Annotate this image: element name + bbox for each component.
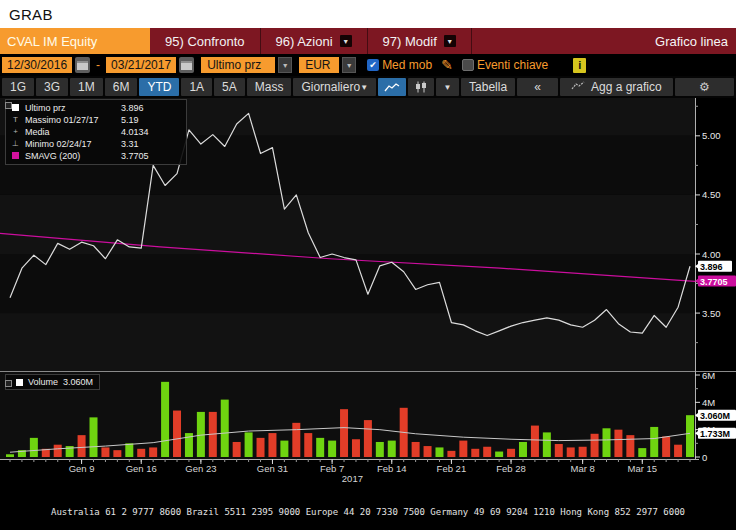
menu-confronto-label: 95) Confronto bbox=[165, 34, 245, 49]
svg-text:5.00: 5.00 bbox=[702, 130, 721, 141]
svg-text:Feb 14: Feb 14 bbox=[377, 463, 407, 474]
candlestick-icon bbox=[414, 81, 428, 93]
period-1m-button[interactable]: 1M bbox=[70, 78, 103, 96]
frequency-label: Giornaliero bbox=[301, 80, 360, 94]
legend-label: Media bbox=[25, 127, 117, 137]
svg-text:Mar 15: Mar 15 bbox=[628, 463, 658, 474]
legend-label: Minimo 02/24/17 bbox=[25, 139, 117, 149]
add-to-chart-label: Agg a grafico bbox=[591, 80, 662, 94]
svg-text:Gen 16: Gen 16 bbox=[126, 463, 157, 474]
menu-confronto[interactable]: 95) Confronto bbox=[150, 28, 261, 54]
low-marker-icon: ⊥ bbox=[10, 140, 21, 148]
calendar-icon[interactable] bbox=[179, 57, 194, 73]
mean-marker-icon: + bbox=[10, 128, 21, 136]
chevron-down-icon: ▼ bbox=[360, 83, 368, 92]
chevron-down-icon[interactable]: ▼ bbox=[278, 57, 292, 73]
pencil-icon[interactable]: ✎ bbox=[441, 57, 453, 73]
window-title: GRAB bbox=[9, 6, 53, 23]
svg-text:Mar 8: Mar 8 bbox=[570, 463, 594, 474]
svg-text:3.060M: 3.060M bbox=[700, 411, 730, 421]
svg-text:Feb 7: Feb 7 bbox=[320, 463, 344, 474]
legend-row: ⊥ Minimo 02/24/17 3.31 bbox=[10, 138, 182, 150]
title-bar: GRAB bbox=[0, 0, 736, 28]
med-mob-checkbox[interactable]: ✔ bbox=[367, 59, 379, 71]
svg-text:0: 0 bbox=[702, 452, 707, 463]
eventi-chiave-checkbox[interactable] bbox=[462, 59, 474, 71]
menu-modif-label: 97) Modif bbox=[383, 34, 437, 49]
candle-chart-type-button[interactable] bbox=[408, 78, 434, 96]
date-from-input[interactable]: 12/30/2016 bbox=[2, 57, 72, 73]
control-bar: 12/30/2016 - 03/21/2017 Ultimo prz ▼ EUR… bbox=[0, 54, 736, 76]
svg-text:Feb 21: Feb 21 bbox=[437, 463, 467, 474]
menu-azioni[interactable]: 96) Azioni ▼ bbox=[261, 28, 368, 54]
legend-label: Massimo 01/27/17 bbox=[25, 115, 117, 125]
price-axis: 5.004.504.003.50 bbox=[695, 106, 721, 342]
period-ytd-button[interactable]: YTD bbox=[139, 78, 179, 96]
svg-text:3.50: 3.50 bbox=[702, 308, 721, 319]
volume-legend-value: 3.060M bbox=[63, 377, 93, 387]
legend-value: 3.7705 bbox=[121, 151, 149, 161]
chart-type-label: Grafico linea bbox=[655, 28, 736, 54]
svg-text:4.50: 4.50 bbox=[702, 189, 721, 200]
legend-value: 5.19 bbox=[121, 115, 139, 125]
svg-text:3.7705: 3.7705 bbox=[700, 277, 728, 287]
menu-azioni-label: 96) Azioni bbox=[276, 34, 333, 49]
line-chart-icon bbox=[384, 82, 400, 93]
chevron-down-icon: ▼ bbox=[444, 83, 452, 92]
value-tags: 3.8963.77053.060M1.733M bbox=[695, 261, 736, 439]
legend-value: 3.896 bbox=[121, 103, 144, 113]
footer-line-1: Australia 61 2 9777 8600 Brazil 5511 239… bbox=[0, 507, 736, 517]
legend-expander-icon[interactable] bbox=[5, 102, 12, 109]
svg-text:3.896: 3.896 bbox=[700, 262, 723, 272]
svg-text:4.00: 4.00 bbox=[702, 249, 721, 260]
chart-legend: Ultimo prz 3.896 T Massimo 01/27/17 5.19… bbox=[5, 99, 187, 165]
legend-value: 4.0134 bbox=[121, 127, 149, 137]
svg-text:Gen 31: Gen 31 bbox=[257, 463, 288, 474]
calendar-icon[interactable] bbox=[75, 57, 90, 73]
menu-modif[interactable]: 97) Modif ▼ bbox=[368, 28, 472, 54]
volume-swatch-icon bbox=[16, 379, 23, 386]
currency-select[interactable]: EUR bbox=[299, 57, 339, 73]
table-button[interactable]: Tabella bbox=[461, 78, 515, 96]
legend-row: SMAVG (200) 3.7705 bbox=[10, 150, 182, 162]
period-3g-button[interactable]: 3G bbox=[36, 78, 68, 96]
svg-text:2017: 2017 bbox=[342, 473, 363, 484]
legend-expander-icon[interactable] bbox=[5, 380, 12, 387]
legend-row: T Massimo 01/27/17 5.19 bbox=[10, 114, 182, 126]
legend-value: 3.31 bbox=[121, 139, 139, 149]
legend-label: Ultimo prz bbox=[25, 103, 117, 113]
med-mob-label: Med mob bbox=[382, 58, 432, 72]
smavg-swatch-icon bbox=[10, 152, 21, 161]
info-icon[interactable]: i bbox=[573, 58, 586, 73]
legend-row: + Media 4.0134 bbox=[10, 126, 182, 138]
eventi-chiave-label: Eventi chiave bbox=[477, 58, 548, 72]
line-chart-type-button[interactable] bbox=[378, 78, 406, 96]
period-1a-button[interactable]: 1A bbox=[181, 78, 212, 96]
date-range-separator: - bbox=[93, 58, 103, 72]
svg-text:6M: 6M bbox=[702, 370, 715, 381]
period-6m-button[interactable]: 6M bbox=[105, 78, 138, 96]
period-5a-button[interactable]: 5A bbox=[214, 78, 245, 96]
chart-type-dropdown[interactable]: ▼ bbox=[436, 78, 459, 96]
ticker-input[interactable]: CVAL IM Equity bbox=[0, 28, 150, 54]
period-mass-button[interactable]: Mass bbox=[247, 78, 292, 96]
date-to-input[interactable]: 03/21/2017 bbox=[106, 57, 176, 73]
footer: Australia 61 2 9777 8600 Brazil 5511 239… bbox=[0, 487, 736, 530]
chevron-down-icon: ▼ bbox=[340, 35, 352, 47]
period-1g-button[interactable]: 1G bbox=[2, 78, 34, 96]
period-bar: 1G 3G 1M 6M YTD 1A 5A Mass Giornaliero ▼… bbox=[0, 76, 736, 98]
volume-legend: Volume 3.060M bbox=[5, 374, 100, 390]
svg-text:Gen 9: Gen 9 bbox=[69, 463, 95, 474]
frequency-select[interactable]: Giornaliero ▼ bbox=[293, 78, 376, 96]
price-field-select[interactable]: Ultimo prz bbox=[201, 57, 275, 73]
svg-text:Feb 28: Feb 28 bbox=[496, 463, 526, 474]
chart-region: 5.004.504.003.506M4M2M0Gen 9Gen 16Gen 23… bbox=[0, 98, 736, 487]
chevron-down-icon: ▼ bbox=[444, 35, 456, 47]
settings-button[interactable]: ⚙ bbox=[675, 78, 734, 96]
add-to-chart-button[interactable]: Agg a grafico bbox=[560, 78, 673, 96]
collapse-button[interactable]: « bbox=[517, 78, 558, 96]
legend-row: Ultimo prz 3.896 bbox=[10, 102, 182, 114]
volume-legend-label: Volume bbox=[28, 377, 58, 387]
chevron-down-icon[interactable]: ▼ bbox=[342, 57, 356, 73]
svg-text:1.733M: 1.733M bbox=[700, 429, 730, 439]
